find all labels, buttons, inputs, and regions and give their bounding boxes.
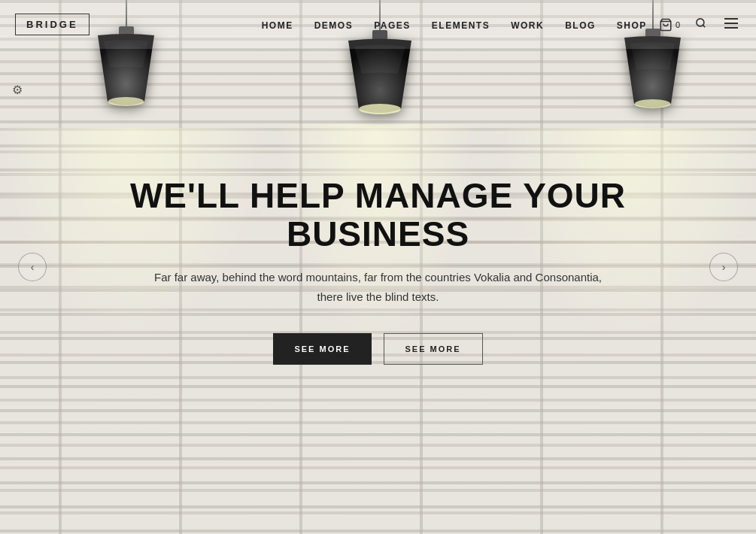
cart-count: 0: [676, 20, 680, 29]
see-more-primary-button[interactable]: SEE MORE: [273, 333, 371, 365]
hero-section: ⚙ BRIDGE HOME DEMOS PAGES ELEMENTS WORK …: [0, 0, 756, 534]
nav-item-elements[interactable]: ELEMENTS: [432, 18, 490, 32]
hamburger-button[interactable]: [721, 15, 741, 35]
nav-link-demos[interactable]: DEMOS: [314, 20, 354, 31]
hero-subtitle-line2: there live the blind texts.: [317, 290, 439, 303]
nav-item-blog[interactable]: BLOG: [565, 18, 596, 32]
hero-buttons: SEE MORE SEE MORE: [93, 333, 664, 365]
nav-link-blog[interactable]: BLOG: [565, 20, 596, 31]
nav-link-shop[interactable]: SHOP: [617, 20, 647, 31]
nav-link-home[interactable]: HOME: [262, 20, 293, 31]
slide-next-button[interactable]: ›: [709, 253, 738, 281]
slide-prev-button[interactable]: ‹: [18, 253, 47, 281]
nav-link-work[interactable]: WORK: [511, 20, 544, 31]
nav-links: HOME DEMOS PAGES ELEMENTS WORK BLOG SHOP: [262, 18, 647, 32]
nav-item-shop[interactable]: SHOP: [617, 18, 647, 32]
nav-icons: 0: [659, 14, 741, 35]
search-button[interactable]: [692, 14, 709, 35]
gear-icon[interactable]: ⚙: [12, 83, 23, 97]
nav-item-pages[interactable]: PAGES: [374, 18, 411, 32]
hero-title: WE'LL HELP MANAGE YOUR BUSINESS: [93, 177, 664, 253]
hero-subtitle-line1: Far far away, behind the word mountains,…: [154, 271, 602, 284]
see-more-secondary-button[interactable]: SEE MORE: [384, 333, 483, 365]
cart-button[interactable]: 0: [659, 18, 680, 32]
logo[interactable]: BRIDGE: [15, 14, 90, 35]
nav-item-demos[interactable]: DEMOS: [314, 18, 354, 32]
nav-link-pages[interactable]: PAGES: [374, 20, 411, 31]
navbar: BRIDGE HOME DEMOS PAGES ELEMENTS WORK BL…: [0, 0, 756, 49]
hero-subtitle: Far far away, behind the word mountains,…: [93, 268, 664, 306]
svg-point-7: [697, 19, 704, 26]
nav-item-work[interactable]: WORK: [511, 18, 544, 32]
nav-link-elements[interactable]: ELEMENTS: [432, 20, 490, 31]
nav-item-home[interactable]: HOME: [262, 18, 293, 32]
hero-content: WE'LL HELP MANAGE YOUR BUSINESS Far far …: [93, 177, 664, 365]
